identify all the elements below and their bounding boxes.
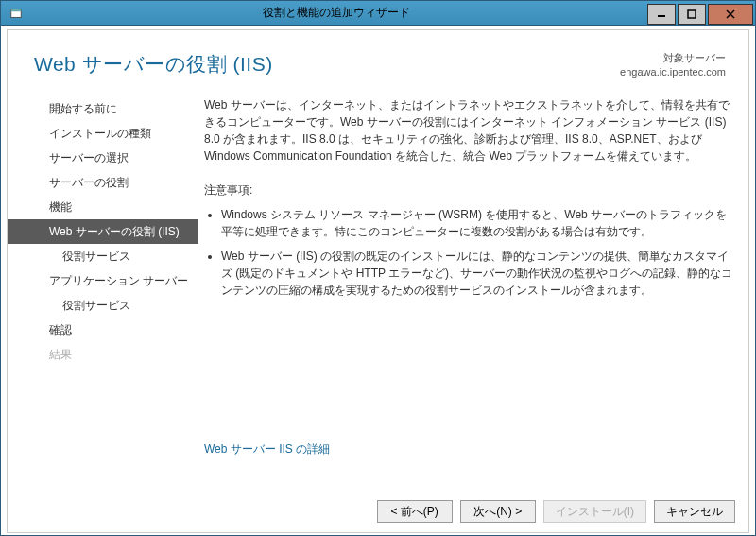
close-button[interactable]: [708, 4, 753, 25]
nav-results: 結果: [8, 342, 198, 367]
svg-rect-3: [688, 10, 696, 18]
svg-rect-1: [11, 9, 22, 11]
body-row: 開始する前に インストールの種類 サーバーの選択 サーバーの役割 機能 Web …: [8, 85, 748, 493]
nav-web-server-role[interactable]: Web サーバーの役割 (IIS): [8, 219, 198, 244]
maximize-button[interactable]: [678, 4, 706, 25]
app-icon: [7, 4, 26, 23]
inner-panel: Web サーバーの役割 (IIS) 対象サーバー engawa.ic.ipent…: [7, 29, 749, 533]
page-title: Web サーバーの役割 (IIS): [34, 51, 620, 78]
nav-role-services-2[interactable]: 役割サービス: [8, 293, 198, 318]
more-info-link[interactable]: Web サーバー IIS の詳細: [204, 441, 733, 458]
nav-before-begin[interactable]: 開始する前に: [8, 96, 198, 121]
nav-confirm[interactable]: 確認: [8, 318, 198, 342]
notes-header: 注意事項:: [204, 182, 733, 199]
footer-buttons: < 前へ(P) 次へ(N) > インストール(I) キャンセル: [8, 493, 748, 532]
install-button: インストール(I): [543, 500, 646, 523]
sidebar: 開始する前に インストールの種類 サーバーの選択 サーバーの役割 機能 Web …: [8, 93, 198, 493]
main-content: Web サーバーは、インターネット、またはイントラネットやエクストラネットを介し…: [198, 93, 739, 493]
prev-button[interactable]: < 前へ(P): [377, 500, 453, 523]
content-area: Web サーバーの役割 (IIS) 対象サーバー engawa.ic.ipent…: [1, 26, 755, 535]
note-item: Windows システム リソース マネージャー (WSRM) を使用すると、W…: [221, 206, 733, 240]
nav-server-selection[interactable]: サーバーの選択: [8, 146, 198, 170]
window-title: 役割と機能の追加ウィザード: [26, 5, 647, 21]
minimize-button[interactable]: [647, 4, 676, 25]
note-item: Web サーバー (IIS) の役割の既定のインストールには、静的なコンテンツの…: [221, 248, 733, 299]
server-name: engawa.ic.ipentec.com: [620, 65, 726, 79]
notes-list: Windows システム リソース マネージャー (WSRM) を使用すると、W…: [204, 206, 733, 299]
description-text: Web サーバーは、インターネット、またはイントラネットやエクストラネットを介し…: [204, 96, 733, 164]
next-button[interactable]: 次へ(N) >: [460, 500, 536, 523]
nav-server-roles[interactable]: サーバーの役割: [8, 170, 198, 195]
nav-app-server[interactable]: アプリケーション サーバー: [8, 268, 198, 293]
server-label: 対象サーバー: [620, 51, 726, 65]
header-row: Web サーバーの役割 (IIS) 対象サーバー engawa.ic.ipent…: [8, 30, 748, 85]
wizard-window: 役割と機能の追加ウィザード Web サーバーの役割 (IIS) 対象サーバー e…: [0, 0, 756, 536]
server-info: 対象サーバー engawa.ic.ipentec.com: [620, 51, 726, 79]
titlebar: 役割と機能の追加ウィザード: [1, 1, 755, 26]
nav-install-type[interactable]: インストールの種類: [8, 121, 198, 146]
window-controls: [647, 2, 755, 25]
cancel-button[interactable]: キャンセル: [654, 500, 735, 523]
nav-features[interactable]: 機能: [8, 195, 198, 219]
nav-role-services-1[interactable]: 役割サービス: [8, 244, 198, 268]
